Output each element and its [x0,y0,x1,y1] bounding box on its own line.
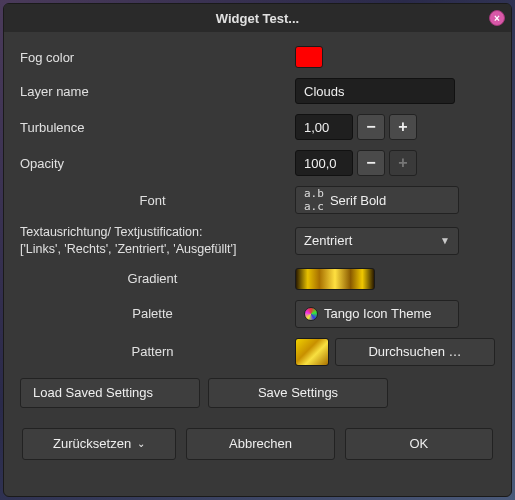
window-title: Widget Test... [216,11,299,26]
opacity-minus-button[interactable]: − [357,150,385,176]
justification-value: Zentriert [304,233,352,248]
layer-name-input[interactable] [295,78,455,104]
plus-icon: + [398,118,407,136]
palette-label: Palette [20,306,285,321]
justification-label: Textausrichtung/ Textjustification: ['Li… [20,224,285,258]
turbulence-stepper: − + [295,114,495,140]
pattern-swatch[interactable] [295,338,329,366]
close-icon[interactable]: × [489,10,505,26]
font-label: Font [20,193,285,208]
pattern-label: Pattern [20,344,285,359]
dialog-window: Widget Test... × Fog color Layer name Tu… [3,3,512,497]
titlebar: Widget Test... × [4,4,511,32]
opacity-stepper: − + [295,150,495,176]
opacity-plus-button[interactable]: + [389,150,417,176]
dialog-footer: Zurücksetzen ⌄ Abbrechen OK [4,420,511,474]
palette-picker-button[interactable]: Tango Icon Theme [295,300,459,328]
turbulence-input[interactable] [295,114,353,140]
dropdown-icon: ▼ [440,235,450,246]
minus-icon: − [366,118,375,136]
fog-color-swatch[interactable] [295,46,323,68]
gradient-swatch[interactable] [295,268,375,290]
font-sample-icon: a.ba.c [304,187,324,213]
opacity-input[interactable] [295,150,353,176]
chevron-down-icon: ⌄ [137,438,145,449]
gradient-label: Gradient [20,271,285,286]
reset-button[interactable]: Zurücksetzen ⌄ [22,428,176,460]
save-settings-button[interactable]: Save Settings [208,378,388,408]
turbulence-label: Turbulence [20,120,285,135]
turbulence-plus-button[interactable]: + [389,114,417,140]
layer-name-label: Layer name [20,84,285,99]
palette-value: Tango Icon Theme [324,306,431,321]
palette-icon [304,307,318,321]
fog-color-label: Fog color [20,50,285,65]
pattern-browse-button[interactable]: Durchsuchen … [335,338,495,366]
cancel-button[interactable]: Abbrechen [186,428,334,460]
plus-icon: + [398,154,407,172]
turbulence-minus-button[interactable]: − [357,114,385,140]
font-picker-button[interactable]: a.ba.c Serif Bold [295,186,459,214]
justification-select[interactable]: Zentriert ▼ [295,227,459,255]
font-value: Serif Bold [330,193,386,208]
ok-button[interactable]: OK [345,428,493,460]
minus-icon: − [366,154,375,172]
opacity-label: Opacity [20,156,285,171]
load-saved-settings-button[interactable]: Load Saved Settings [20,378,200,408]
form-area: Fog color Layer name Turbulence − + Opac… [4,32,511,420]
